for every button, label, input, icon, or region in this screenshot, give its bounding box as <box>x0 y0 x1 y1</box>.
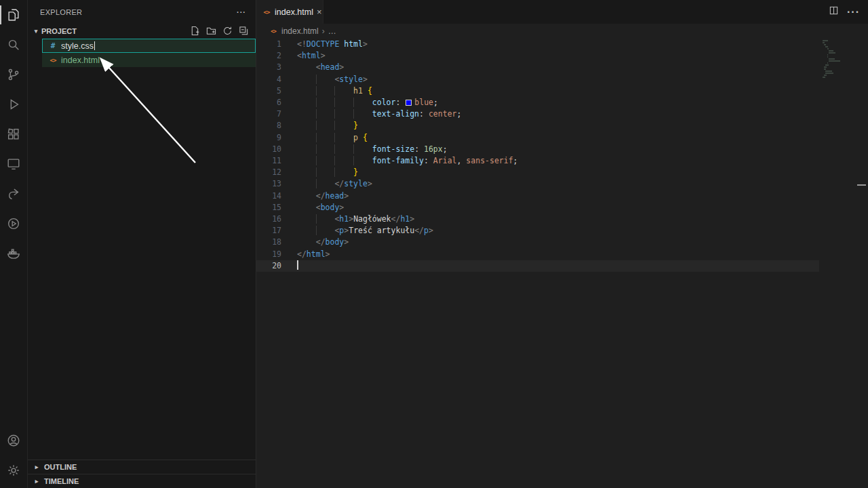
explorer-title: EXPLORER <box>40 8 82 16</box>
html-file-icon: <> <box>269 28 278 35</box>
line-number: 5 <box>256 85 281 97</box>
breadcrumb-separator-icon: › <box>322 26 325 36</box>
activity-bar-bottom <box>0 426 27 488</box>
live-preview-icon[interactable] <box>0 209 27 239</box>
rename-input[interactable] <box>61 41 255 51</box>
line-number: 2 <box>256 50 281 62</box>
css-file-icon: # <box>48 41 58 50</box>
code-line-19[interactable]: 19</html> <box>256 249 819 260</box>
code-line-5[interactable]: 5 h1 { <box>256 85 819 97</box>
code-line-20[interactable]: 20 <box>256 260 819 272</box>
timeline-label: TIMELINE <box>44 477 79 485</box>
line-number: 7 <box>256 108 281 120</box>
line-number: 15 <box>256 202 281 214</box>
outline-section[interactable]: ▸ OUTLINE <box>28 460 256 474</box>
activity-bar-top <box>0 0 27 268</box>
explorer-more-actions-icon[interactable]: ··· <box>237 8 246 16</box>
line-number: 6 <box>256 97 281 108</box>
close-tab-icon[interactable]: × <box>317 7 322 17</box>
tab-bar: <> index.html × ··· <box>256 0 868 24</box>
account-icon[interactable] <box>0 426 27 455</box>
explorer-icon[interactable] <box>0 0 27 30</box>
line-number: 14 <box>256 190 281 202</box>
code-line-14[interactable]: 14 </head> <box>256 190 819 202</box>
minimap[interactable] <box>823 40 855 81</box>
outline-label: OUTLINE <box>44 463 77 471</box>
line-number: 10 <box>256 144 281 155</box>
code-line-8[interactable]: 8 } <box>256 120 819 131</box>
settings-icon[interactable] <box>0 455 27 485</box>
code-line-18[interactable]: 18 </body> <box>256 237 819 248</box>
chevron-down-icon: ▾ <box>31 28 41 35</box>
editor-actions: ··· <box>829 0 868 24</box>
chevron-right-icon: ▸ <box>32 464 41 470</box>
code-line-12[interactable]: 12 } <box>256 167 819 178</box>
line-number: 3 <box>256 62 281 73</box>
line-number: 8 <box>256 120 281 131</box>
line-number: 12 <box>256 167 281 178</box>
vscode-window: EXPLORER ··· ▾ PROJECT # <> index.html <box>0 0 868 488</box>
chevron-right-icon: ▸ <box>32 478 41 485</box>
new-file-icon[interactable] <box>190 26 200 37</box>
code-line-16[interactable]: 16 <h1>Nagłówek</h1> <box>256 214 819 225</box>
split-editor-icon[interactable] <box>829 5 839 18</box>
color-swatch-icon[interactable] <box>406 100 412 106</box>
file-label: index.html <box>61 56 100 65</box>
breadcrumb-more[interactable]: … <box>328 26 336 36</box>
code-line-13[interactable]: 13 </style> <box>256 178 819 190</box>
code-line-4[interactable]: 4 <style> <box>256 74 819 85</box>
file-tree: # <> index.html <box>42 39 256 67</box>
html-file-icon: <> <box>48 57 58 64</box>
sidebar-bottom-sections: ▸ OUTLINE ▸ TIMELINE <box>28 460 256 488</box>
editor-caret <box>297 260 298 270</box>
text-caret <box>94 41 95 50</box>
code-line-15[interactable]: 15 <body> <box>256 202 819 214</box>
project-section-actions <box>190 26 249 37</box>
line-number: 13 <box>256 178 281 190</box>
code-line-6[interactable]: 6 color: blue; <box>256 97 819 108</box>
remote-explorer-icon[interactable] <box>0 149 27 179</box>
new-folder-icon[interactable] <box>206 26 216 37</box>
line-number: 17 <box>256 225 281 237</box>
run-debug-icon[interactable] <box>0 89 27 119</box>
code-line-11[interactable]: 11 font-family: Arial, sans-serif; <box>256 155 819 167</box>
html-file-icon: <> <box>262 9 271 16</box>
tab-label: index.html <box>275 7 313 17</box>
code-editor[interactable]: 1<!DOCTYPE html>2<html>3 <head>4 <style>… <box>256 39 868 488</box>
overview-ruler-mark <box>857 184 866 186</box>
project-section-label: PROJECT <box>41 27 77 35</box>
line-number: 9 <box>256 132 281 144</box>
refresh-icon[interactable] <box>222 26 233 37</box>
activity-bar <box>0 0 28 488</box>
file-rename-row[interactable]: # <box>42 39 256 53</box>
timeline-section[interactable]: ▸ TIMELINE <box>28 474 256 488</box>
source-control-icon[interactable] <box>0 60 27 89</box>
explorer-sidebar: EXPLORER ··· ▾ PROJECT # <> index.html <box>28 0 256 488</box>
line-number: 18 <box>256 237 281 248</box>
file-item-index-html[interactable]: <> index.html <box>42 53 256 67</box>
code-line-9[interactable]: 9 p { <box>256 132 819 144</box>
code-line-10[interactable]: 10 font-size: 16px; <box>256 144 819 155</box>
docker-icon[interactable] <box>0 239 27 268</box>
code-lines: 1<!DOCTYPE html>2<html>3 <head>4 <style>… <box>256 39 819 272</box>
live-share-icon[interactable] <box>0 179 27 209</box>
tab-index-html[interactable]: <> index.html × <box>256 0 323 24</box>
line-number: 1 <box>256 39 281 50</box>
line-number: 16 <box>256 214 281 225</box>
code-line-2[interactable]: 2<html> <box>256 50 819 62</box>
code-line-1[interactable]: 1<!DOCTYPE html> <box>256 39 819 50</box>
code-line-7[interactable]: 7 text-align: center; <box>256 108 819 120</box>
editor-group: <> index.html × ··· <> index.html › … 1<… <box>256 0 868 488</box>
line-number: 11 <box>256 155 281 167</box>
search-icon[interactable] <box>0 30 27 60</box>
collapse-all-icon[interactable] <box>239 26 249 37</box>
code-line-3[interactable]: 3 <head> <box>256 62 819 73</box>
breadcrumb-file[interactable]: index.html <box>281 26 319 36</box>
code-line-17[interactable]: 17 <p>Treść artykułu</p> <box>256 225 819 237</box>
breadcrumb[interactable]: <> index.html › … <box>256 24 868 39</box>
line-number: 4 <box>256 74 281 85</box>
editor-more-actions-icon[interactable]: ··· <box>847 6 860 18</box>
project-section-header[interactable]: ▾ PROJECT <box>28 24 256 39</box>
explorer-header: EXPLORER ··· <box>28 0 256 24</box>
extensions-icon[interactable] <box>0 119 27 149</box>
